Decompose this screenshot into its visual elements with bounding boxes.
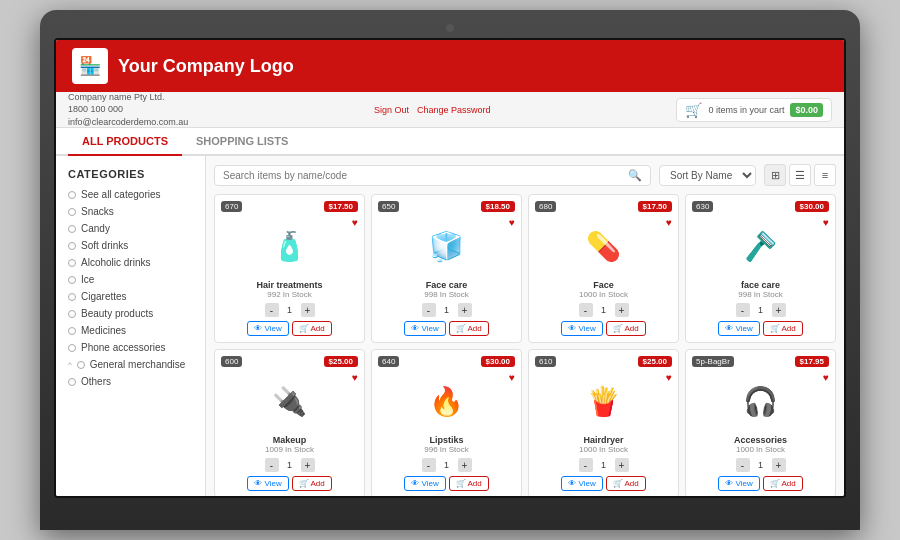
view-button[interactable]: 👁 View	[247, 321, 288, 336]
sidebar-item-label: Soft drinks	[81, 240, 128, 251]
qty-value: 1	[597, 305, 611, 315]
product-qty-badge: 600	[221, 356, 242, 367]
qty-minus-button[interactable]: -	[422, 303, 436, 317]
add-button[interactable]: 🛒 Add	[606, 321, 646, 336]
qty-minus-button[interactable]: -	[579, 458, 593, 472]
product-name: Face	[535, 280, 672, 290]
sidebar-item[interactable]: Candy	[56, 220, 205, 237]
sidebar-item[interactable]: ^ General merchandise	[56, 356, 205, 373]
qty-plus-button[interactable]: +	[458, 303, 472, 317]
view-button[interactable]: 👁 View	[404, 476, 445, 491]
product-qty-badge: 670	[221, 201, 242, 212]
view-button[interactable]: 👁 View	[561, 476, 602, 491]
qty-minus-button[interactable]: -	[265, 303, 279, 317]
favorite-icon[interactable]: ♥	[666, 372, 672, 383]
add-button[interactable]: 🛒 Add	[292, 321, 332, 336]
view-button[interactable]: 👁 View	[718, 476, 759, 491]
tab-all-products[interactable]: ALL PRODUCTS	[68, 128, 182, 156]
product-qty-control: - 1 +	[535, 458, 672, 472]
product-qty-control: - 1 +	[378, 303, 515, 317]
product-name: Lipstiks	[378, 435, 515, 445]
sidebar-item[interactable]: Phone accessories	[56, 339, 205, 356]
favorite-icon[interactable]: ♥	[509, 217, 515, 228]
sidebar-item-label: Ice	[81, 274, 94, 285]
favorite-icon[interactable]: ♥	[823, 217, 829, 228]
product-stock: 998 In Stock	[692, 290, 829, 299]
view-button[interactable]: 👁 View	[404, 321, 445, 336]
tab-shopping-lists[interactable]: SHOPPING LISTS	[182, 128, 302, 156]
product-grid: 670 $17.50 🧴 ♥ Hair treatments 992 In St…	[214, 194, 836, 498]
view-button[interactable]: 👁 View	[718, 321, 759, 336]
search-input[interactable]	[223, 170, 628, 181]
product-card: 5p-BagBr $17.95 🎧 ♥ Accessories 1000 In …	[685, 349, 836, 498]
qty-minus-button[interactable]: -	[736, 458, 750, 472]
cart-area[interactable]: 🛒 0 items in your cart $0.00	[676, 98, 832, 122]
qty-minus-button[interactable]: -	[265, 458, 279, 472]
bullet-icon	[77, 361, 85, 369]
qty-minus-button[interactable]: -	[579, 303, 593, 317]
compact-view-icon[interactable]: ≡	[814, 164, 836, 186]
product-card: 680 $17.50 💊 ♥ Face 1000 In Stock - 1 + …	[528, 194, 679, 343]
product-badge-row: 650 $18.50	[378, 201, 515, 212]
add-button[interactable]: 🛒 Add	[606, 476, 646, 491]
qty-plus-button[interactable]: +	[301, 458, 315, 472]
bullet-icon	[68, 242, 76, 250]
product-image: 🧴	[221, 216, 358, 276]
add-button[interactable]: 🛒 Add	[449, 476, 489, 491]
sign-out-link[interactable]: Sign Out	[374, 105, 409, 115]
grid-view-icon[interactable]: ⊞	[764, 164, 786, 186]
sort-select[interactable]: Sort By Name	[659, 165, 756, 186]
add-button[interactable]: 🛒 Add	[763, 321, 803, 336]
qty-minus-button[interactable]: -	[736, 303, 750, 317]
add-button[interactable]: 🛒 Add	[449, 321, 489, 336]
qty-plus-button[interactable]: +	[301, 303, 315, 317]
favorite-icon[interactable]: ♥	[823, 372, 829, 383]
qty-plus-button[interactable]: +	[615, 458, 629, 472]
bullet-icon	[68, 225, 76, 233]
qty-plus-button[interactable]: +	[772, 303, 786, 317]
sidebar-item[interactable]: Ice	[56, 271, 205, 288]
product-price: $17.50	[638, 201, 672, 212]
product-actions: 👁 View 🛒 Add	[692, 321, 829, 336]
bullet-icon	[68, 259, 76, 267]
qty-plus-button[interactable]: +	[615, 303, 629, 317]
bullet-icon	[68, 293, 76, 301]
sidebar-item[interactable]: Cigarettes	[56, 288, 205, 305]
product-qty-badge: 650	[378, 201, 399, 212]
qty-minus-button[interactable]: -	[422, 458, 436, 472]
company-info: Company name Pty Ltd. 1800 100 000 info@…	[68, 91, 188, 129]
view-button[interactable]: 👁 View	[247, 476, 288, 491]
product-badge-row: 5p-BagBr $17.95	[692, 356, 829, 367]
product-price: $30.00	[795, 201, 829, 212]
change-password-link[interactable]: Change Password	[417, 105, 491, 115]
sidebar-item[interactable]: Medicines	[56, 322, 205, 339]
add-button[interactable]: 🛒 Add	[763, 476, 803, 491]
product-stock: 1000 In Stock	[535, 445, 672, 454]
favorite-icon[interactable]: ♥	[352, 372, 358, 383]
list-view-icon[interactable]: ☰	[789, 164, 811, 186]
bullet-icon	[68, 378, 76, 386]
product-qty-badge: 5p-BagBr	[692, 356, 734, 367]
sidebar-item-label: Alcoholic drinks	[81, 257, 150, 268]
sidebar-item[interactable]: Soft drinks	[56, 237, 205, 254]
product-stock: 1000 In Stock	[535, 290, 672, 299]
product-price: $17.95	[795, 356, 829, 367]
search-box[interactable]: 🔍	[214, 165, 651, 186]
sidebar-item[interactable]: See all categories	[56, 186, 205, 203]
logo-icon: 🏪	[72, 48, 108, 84]
tabs: ALL PRODUCTS SHOPPING LISTS	[56, 128, 844, 156]
sidebar-item[interactable]: Others	[56, 373, 205, 390]
favorite-icon[interactable]: ♥	[666, 217, 672, 228]
product-actions: 👁 View 🛒 Add	[221, 476, 358, 491]
sidebar-item[interactable]: Beauty products	[56, 305, 205, 322]
qty-plus-button[interactable]: +	[772, 458, 786, 472]
sidebar-item[interactable]: Alcoholic drinks	[56, 254, 205, 271]
favorite-icon[interactable]: ♥	[352, 217, 358, 228]
view-button[interactable]: 👁 View	[561, 321, 602, 336]
favorite-icon[interactable]: ♥	[509, 372, 515, 383]
bullet-icon	[68, 344, 76, 352]
qty-plus-button[interactable]: +	[458, 458, 472, 472]
sidebar-item[interactable]: Snacks	[56, 203, 205, 220]
add-button[interactable]: 🛒 Add	[292, 476, 332, 491]
subheader-links: Sign Out Change Password	[374, 105, 491, 115]
